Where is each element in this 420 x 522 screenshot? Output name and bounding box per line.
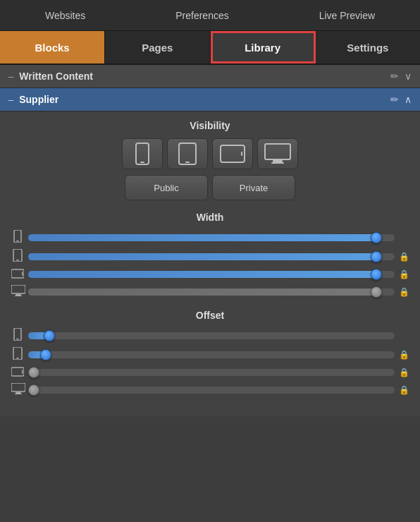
svg-rect-23 — [22, 370, 23, 374]
width-slider-desktop: 🔒 — [11, 285, 409, 298]
vis-btn-public[interactable]: Public — [125, 175, 208, 200]
width-title: Width — [11, 212, 409, 223]
svg-rect-1 — [140, 162, 144, 163]
width-track-tablet-landscape[interactable] — [28, 268, 395, 281]
desktop-icon-width — [11, 285, 24, 298]
menu-item-livepreview[interactable]: Live Preview — [308, 4, 386, 27]
svg-rect-4 — [221, 145, 245, 162]
visibility-section: Visibility — [11, 120, 409, 200]
menu-item-preferences[interactable]: Preferences — [164, 4, 240, 27]
width-track-phone[interactable] — [28, 231, 395, 244]
offset-slider-desktop: 🔒 — [11, 383, 409, 396]
width-track-tablet-portrait[interactable] — [28, 250, 395, 263]
phone-icon-offset — [11, 328, 24, 343]
offset-title: Offset — [11, 310, 409, 321]
device-icons-row — [11, 138, 409, 169]
lock-icon-desktop-offset: 🔒 — [399, 385, 409, 395]
svg-rect-6 — [265, 144, 290, 159]
width-slider-tablet-landscape: 🔒 — [11, 268, 409, 281]
offset-track-tablet-portrait[interactable] — [28, 348, 395, 361]
visibility-buttons: Public Private — [11, 175, 409, 200]
svg-rect-10 — [16, 241, 19, 242]
desktop-icon-offset — [11, 383, 24, 396]
device-btn-tablet-landscape[interactable] — [212, 138, 253, 169]
svg-rect-15 — [11, 285, 25, 293]
device-btn-phone[interactable] — [122, 138, 163, 169]
offset-slider-tablet-portrait: 🔒 — [11, 347, 409, 362]
lock-icon-tablet-portrait-width: 🔒 — [399, 252, 409, 262]
svg-rect-7 — [273, 160, 283, 162]
lock-icon-tablet-landscape-offset: 🔒 — [399, 368, 409, 377]
edit-icon-supplier[interactable]: ✏ — [390, 94, 399, 105]
tab-blocks[interactable]: Blocks — [0, 31, 105, 63]
main-content: – Written Content ✏ ∨ – Supplier ✏ ∧ Vis… — [0, 65, 420, 522]
section-header-written-content[interactable]: – Written Content ✏ ∨ — [0, 65, 420, 88]
svg-rect-24 — [11, 383, 25, 392]
svg-rect-3 — [185, 162, 190, 163]
top-menu-bar: Websites Preferences Live Preview — [0, 0, 420, 31]
svg-rect-26 — [15, 394, 22, 394]
chevron-up-icon-supplier[interactable]: ∧ — [404, 94, 412, 105]
written-content-title: Written Content — [19, 71, 390, 82]
tablet-portrait-icon-offset — [11, 347, 24, 362]
svg-rect-2 — [179, 143, 196, 164]
phone-icon-width — [11, 230, 24, 245]
section-header-supplier[interactable]: – Supplier ✏ ∧ — [0, 88, 420, 111]
visibility-title: Visibility — [11, 120, 409, 131]
chevron-down-icon-written[interactable]: ∨ — [404, 71, 412, 82]
tablet-portrait-icon-width — [11, 249, 24, 264]
svg-rect-14 — [22, 272, 23, 276]
offset-track-desktop[interactable] — [28, 384, 395, 396]
width-track-desktop[interactable] — [28, 286, 395, 298]
svg-rect-0 — [136, 143, 149, 164]
offset-track-tablet-landscape[interactable] — [28, 366, 395, 379]
offset-track-phone[interactable] — [28, 329, 395, 342]
tab-library[interactable]: Library — [211, 31, 316, 63]
tab-pages[interactable]: Pages — [105, 31, 210, 63]
dash-icon: – — [8, 71, 13, 82]
supplier-title: Supplier — [19, 94, 390, 105]
lock-icon-tablet-landscape-width: 🔒 — [399, 269, 409, 279]
tab-bar: Blocks Pages Library Settings — [0, 31, 420, 65]
tablet-landscape-icon-offset — [11, 367, 24, 379]
svg-rect-25 — [16, 392, 21, 394]
svg-rect-16 — [16, 294, 21, 296]
device-btn-desktop[interactable] — [257, 138, 298, 169]
menu-item-websites[interactable]: Websites — [34, 4, 97, 27]
offset-section: Offset — [11, 310, 409, 396]
svg-rect-8 — [271, 162, 284, 164]
lock-icon-tablet-portrait-offset: 🔒 — [399, 350, 409, 360]
svg-rect-5 — [241, 152, 242, 156]
offset-slider-phone — [11, 328, 409, 343]
edit-icon-written[interactable]: ✏ — [390, 71, 399, 82]
svg-rect-12 — [16, 260, 19, 261]
svg-rect-21 — [16, 358, 19, 359]
width-section: Width — [11, 212, 409, 298]
dash-icon-supplier: – — [8, 95, 13, 105]
offset-slider-tablet-landscape: 🔒 — [11, 366, 409, 379]
svg-rect-19 — [16, 339, 19, 340]
svg-rect-17 — [15, 296, 22, 296]
vis-btn-private[interactable]: Private — [212, 175, 295, 200]
tablet-landscape-icon-width — [11, 269, 24, 281]
supplier-panel-body: Visibility — [0, 111, 420, 416]
lock-icon-desktop-width: 🔒 — [399, 287, 409, 297]
tab-settings[interactable]: Settings — [316, 31, 420, 63]
device-btn-tablet-portrait[interactable] — [167, 138, 208, 169]
width-slider-tablet-portrait: 🔒 — [11, 249, 409, 264]
width-slider-phone — [11, 230, 409, 245]
